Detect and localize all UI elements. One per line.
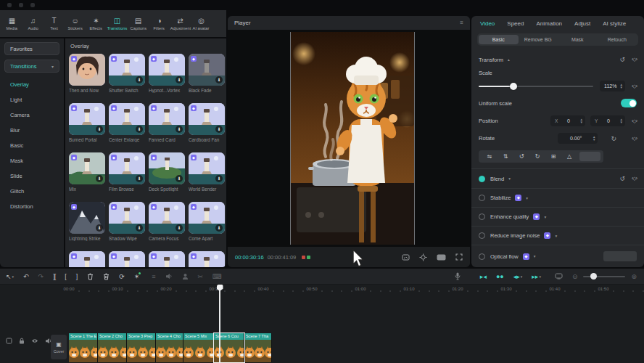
transition-thumb[interactable]: ◆⬇ [149, 54, 185, 86]
sidebar-item-overlay[interactable]: Overlay [4, 77, 59, 92]
blend-reset-icon[interactable]: ↺ [619, 175, 625, 182]
stabilize-checkbox[interactable] [479, 195, 485, 201]
tab-ai-stylize[interactable]: AI stylize [603, 20, 626, 27]
video-frame[interactable] [290, 32, 415, 245]
transition-thumb[interactable]: ◆⬇ [69, 152, 105, 184]
eye-icon[interactable] [31, 338, 38, 343]
transition-item[interactable]: ◆⬇ [109, 251, 146, 267]
transition-item[interactable]: ◆⬇ [69, 251, 107, 267]
scale-value-box[interactable]: 112% ▲▼ [600, 81, 625, 91]
transition-item-hypnot-vortex[interactable]: ◆⬇Hypnot...Vortex [149, 54, 186, 94]
transition-item[interactable]: ◆⬇ [189, 251, 226, 267]
toolbar-item-stickers[interactable]: ☺Stickers [65, 17, 86, 30]
rotate-stepper[interactable]: ▲▼ [593, 136, 595, 142]
tab-animation[interactable]: Animation [536, 20, 562, 27]
toolbar-item-effects[interactable]: ✶Effects [86, 17, 107, 30]
mute-track-icon[interactable] [165, 273, 173, 280]
timeline-clip-scene-1-the-e[interactable]: Scene 1 The E [69, 333, 98, 362]
fullscreen-icon[interactable] [455, 253, 463, 261]
transitions-dropdown[interactable]: Transitions ▾ [4, 60, 59, 73]
delete-icon[interactable] [87, 273, 94, 280]
uniform-scale-toggle[interactable] [621, 99, 637, 107]
sidebar-item-blur[interactable]: Blur [4, 123, 59, 138]
toolbar-item-captions[interactable]: ▤Captions [128, 17, 149, 30]
delete-all-icon[interactable] [103, 273, 110, 280]
toolbar-item-filters[interactable]: ◑Filters [149, 17, 170, 30]
position-y-stepper[interactable]: ▲▼ [619, 118, 622, 124]
freeze-frame-icon[interactable]: ⟳ [119, 273, 125, 280]
speaker-profile-icon[interactable] [182, 273, 189, 280]
transition-item-mix[interactable]: ◆⬇Mix [69, 152, 107, 193]
rotate-value-box[interactable]: 0.00° ▲▼ [558, 133, 598, 144]
toolbar-item-adjustment[interactable]: ⇄Adjustment [170, 17, 191, 30]
rotate-dial-icon[interactable]: ↻ [611, 135, 616, 142]
level-icon[interactable]: △ [561, 153, 577, 160]
subtab-mask[interactable]: Mask [558, 35, 598, 44]
scale-slider[interactable] [479, 86, 593, 87]
scale-stepper[interactable]: ▲▼ [619, 83, 622, 89]
cover-button[interactable]: ▣ Cover [51, 335, 67, 359]
flip-vertical-icon[interactable]: ⇅ [498, 153, 513, 160]
transition-item-come-apart[interactable]: ◆⬇Come Apart [189, 202, 226, 242]
ratio-icon[interactable] [402, 254, 410, 261]
focus-icon[interactable] [419, 253, 427, 261]
enhance-quality-expand-icon[interactable]: ▾ [544, 215, 546, 219]
sidebar-item-basic[interactable]: Basic [4, 138, 59, 153]
sidebar-item-slide[interactable]: Slide [4, 168, 59, 184]
transition-thumb[interactable]: ◆⬇ [109, 202, 145, 234]
position-x-stepper[interactable]: ▲▼ [579, 118, 582, 124]
transform-collapse-icon[interactable]: ▴ [508, 57, 510, 62]
timeline-clip-scene-7-tha[interactable]: Scene 7 Tha [244, 333, 272, 362]
transition-thumb[interactable]: ◆⬇ [189, 152, 225, 184]
optical-flow-checkbox[interactable] [479, 253, 485, 260]
sidebar-item-mask[interactable]: Mask [4, 153, 59, 168]
transition-thumb[interactable]: ◆⬇ [109, 54, 145, 86]
preview-axis-icon[interactable]: ▸◂ [480, 273, 487, 280]
auto-snap-icon[interactable]: ●● [496, 273, 504, 280]
flip-tools-extra[interactable] [579, 152, 600, 161]
transition-thumb[interactable]: ◆⬇ [149, 152, 185, 184]
split-icon[interactable]: ][ [53, 273, 55, 280]
sidebar-item-distortion[interactable]: Distortion [4, 199, 59, 214]
transition-item-world-bender[interactable]: ◆⬇World Bender [189, 152, 226, 193]
transition-thumb[interactable]: ◆⬇ [69, 103, 105, 135]
track-frame-icon[interactable] [6, 338, 12, 344]
toolbar-item-text[interactable]: TText [44, 17, 65, 30]
flip-horizontal-icon[interactable]: ⇋ [482, 153, 498, 160]
rotate-keyframe-icon[interactable]: ‹◇› [632, 136, 637, 142]
timeline-zoom-slider[interactable] [583, 276, 625, 277]
transition-thumb[interactable]: ◆⬇ [149, 202, 185, 234]
toolbar-item-audio[interactable]: ♫Audio [22, 17, 44, 30]
zoom-in-icon[interactable]: ⊕ [631, 273, 637, 280]
optical-flow-action-button[interactable] [603, 251, 637, 261]
transform-keyframe-icon[interactable]: ‹◇› [632, 57, 637, 62]
adapt-icon[interactable] [437, 254, 446, 261]
rotate-left-icon[interactable]: ↺ [513, 153, 529, 160]
transition-thumb[interactable]: ◆ [69, 54, 105, 86]
favorites-button[interactable]: Favorites [4, 42, 59, 55]
position-y-box[interactable]: Y 0 ▲▼ [590, 115, 625, 126]
align-icon[interactable]: ⊞ [545, 153, 561, 160]
transition-item[interactable]: ◆⬇ [149, 251, 186, 267]
blend-keyframe-icon[interactable]: ‹◇› [632, 176, 637, 182]
transition-thumb[interactable]: ◆⬇ [69, 251, 105, 267]
toolbar-item-media[interactable]: ▦Media [1, 17, 22, 30]
transition-item-burned-portal[interactable]: ◆⬇Burned Portal [69, 103, 107, 144]
sidebar-item-glitch[interactable]: Glitch [4, 184, 59, 199]
transition-thumb[interactable]: ◆⬇ [149, 103, 185, 135]
preview-canvas[interactable] [228, 30, 470, 247]
transition-item-deck-spotlight[interactable]: ◆⬇Deck Spotlight [149, 152, 186, 193]
subtab-remove-bg[interactable]: Remove BG [519, 35, 558, 44]
transition-item-shutter-switch[interactable]: ◆⬇Shutter Switch [109, 54, 146, 94]
stabilize-expand-icon[interactable]: ▾ [526, 196, 528, 200]
timeline-clip-scene-2-cho[interactable]: Scene 2 Cho [98, 333, 127, 362]
enhance-quality-checkbox[interactable] [479, 213, 485, 220]
undo-icon[interactable]: ↶ [23, 273, 29, 280]
transition-item-black-fade[interactable]: ◆⬇Black Fade [189, 54, 226, 94]
blend-checkbox[interactable] [479, 176, 485, 182]
transition-thumb[interactable]: ◆⬇ [189, 103, 225, 135]
optical-flow-expand-icon[interactable]: ▾ [534, 254, 536, 258]
track-list-icon[interactable]: ≡ [152, 273, 155, 280]
transition-item-center-enlarge[interactable]: ◆⬇Center Enlarge [109, 103, 146, 144]
trim-left-icon[interactable]: [ [65, 273, 67, 280]
